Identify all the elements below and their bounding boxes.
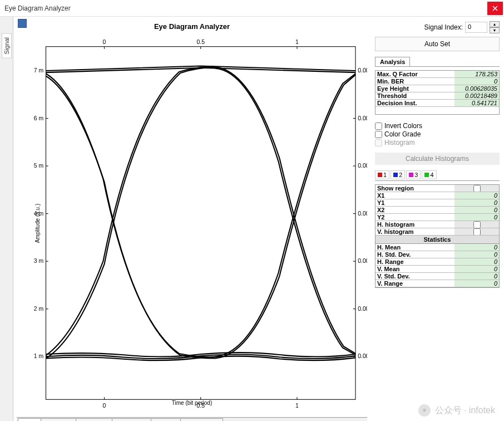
svg-text:0.002: 0.002 bbox=[358, 305, 367, 312]
tab-eye[interactable]: Eye bbox=[18, 418, 41, 421]
bottom-tabs: EyeQ FactorMin BERThresholdHeightHistogr… bbox=[17, 417, 367, 421]
svg-text:1: 1 bbox=[295, 38, 299, 45]
color-tab-1[interactable]: 1 bbox=[375, 170, 389, 179]
tab-threshold[interactable]: Threshold bbox=[112, 418, 151, 421]
titlebar: Eye Diagram Analyzer bbox=[0, 0, 504, 17]
region-row: Y20 bbox=[375, 214, 499, 221]
region-label: Y2 bbox=[375, 214, 454, 221]
region-value[interactable]: 0 bbox=[454, 207, 499, 213]
analysis-label: Min. BER bbox=[375, 78, 454, 85]
region-row: V. histogram bbox=[375, 228, 499, 236]
color-tab-4[interactable]: 4 bbox=[422, 170, 436, 179]
svg-text:0.001: 0.001 bbox=[358, 353, 367, 359]
color-tab-num: 3 bbox=[414, 172, 418, 178]
signal-index-spinner: ▲ ▼ bbox=[490, 21, 500, 33]
signal-index-row: Signal Index: 0 ▲ ▼ bbox=[375, 21, 500, 33]
region-row: Y10 bbox=[375, 199, 499, 207]
stats-value: 0 bbox=[454, 244, 499, 251]
color-tab-2[interactable]: 2 bbox=[391, 170, 405, 179]
main-area: Signal Eye Diagram Analyzer 0 0.5 1 0 0.… bbox=[0, 17, 504, 421]
region-checkbox[interactable] bbox=[473, 185, 481, 192]
tab-height[interactable]: Height bbox=[151, 418, 181, 421]
x-axis-label: Time (bit period) bbox=[172, 400, 212, 406]
right-panel: Signal Index: 0 ▲ ▼ Auto Set Analysis Ma… bbox=[370, 17, 504, 421]
analysis-value: 0.00628035 bbox=[454, 85, 499, 92]
svg-text:0.006: 0.006 bbox=[358, 115, 367, 121]
stats-row: V. Mean0 bbox=[375, 266, 499, 273]
stats-label: H. Range bbox=[375, 258, 454, 265]
region-row: X10 bbox=[375, 192, 499, 199]
svg-text:0.007: 0.007 bbox=[358, 67, 367, 74]
color-swatch-icon bbox=[424, 173, 429, 177]
watermark-text: 公众号 · infotek bbox=[435, 405, 495, 417]
region-value[interactable]: 0 bbox=[454, 192, 499, 199]
calc-histograms-button: Calculate Histograms bbox=[375, 153, 500, 165]
left-sidebar: Signal bbox=[0, 17, 13, 421]
tab-min-ber[interactable]: Min BER bbox=[76, 418, 112, 421]
color-tab-num: 1 bbox=[383, 172, 387, 178]
analysis-value: 0 bbox=[454, 78, 499, 85]
color-swatch-icon bbox=[378, 173, 382, 177]
close-button[interactable] bbox=[487, 2, 503, 15]
color-tab-3[interactable]: 3 bbox=[406, 170, 421, 179]
plot-container[interactable]: 0 0.5 1 0 0.5 1 1 m 2 m 3 m 4 m 5 m bbox=[17, 29, 367, 417]
analysis-value: 0.541721 bbox=[454, 100, 499, 106]
region-value[interactable]: 0 bbox=[454, 214, 499, 221]
region-label: Y1 bbox=[375, 199, 454, 206]
signal-index-value[interactable]: 0 bbox=[465, 22, 487, 33]
svg-text:0.003: 0.003 bbox=[358, 257, 367, 264]
color-swatch-icon bbox=[393, 173, 398, 177]
analysis-tabs: Analysis bbox=[375, 57, 500, 67]
region-row: H. histogram bbox=[375, 221, 499, 228]
region-checkbox[interactable] bbox=[473, 228, 481, 236]
plot-panel: Eye Diagram Analyzer 0 0.5 1 0 0.5 1 bbox=[13, 17, 370, 421]
stats-value: 0 bbox=[454, 266, 499, 272]
analysis-row: Decision Inst.0.541721 bbox=[375, 100, 499, 107]
y-axis-label: Amplitude (a.u.) bbox=[34, 203, 41, 243]
stats-label: H. Std. Dev. bbox=[375, 251, 454, 258]
spin-down[interactable]: ▼ bbox=[490, 27, 500, 33]
color-tab-num: 2 bbox=[399, 172, 402, 178]
stats-row: V. Range0 bbox=[375, 280, 499, 287]
color-tabs: 1234 bbox=[375, 170, 500, 181]
svg-text:5 m: 5 m bbox=[34, 162, 44, 169]
auto-set-button[interactable]: Auto Set bbox=[375, 37, 500, 51]
svg-text:6 m: 6 m bbox=[34, 115, 44, 121]
tab-q-factor[interactable]: Q Factor bbox=[41, 418, 77, 421]
svg-text:0: 0 bbox=[103, 38, 106, 45]
region-row: X20 bbox=[375, 207, 499, 214]
stats-label: H. Mean bbox=[375, 244, 454, 251]
analysis-row: Eye Height0.00628035 bbox=[375, 85, 499, 92]
analysis-label: Eye Height bbox=[375, 85, 454, 92]
svg-text:0.004: 0.004 bbox=[358, 210, 367, 217]
color-grade-check[interactable]: Color Grade bbox=[375, 130, 500, 138]
analysis-data: Max. Q Factor178.253Min. BER0Eye Height0… bbox=[375, 70, 500, 115]
analysis-tab[interactable]: Analysis bbox=[375, 57, 410, 66]
stats-row: H. Mean0 bbox=[375, 244, 499, 251]
stats-value: 0 bbox=[454, 280, 499, 287]
stats-label: V. Mean bbox=[375, 266, 454, 272]
signal-index-label: Signal Index: bbox=[424, 23, 463, 31]
color-grade-label: Color Grade bbox=[384, 130, 421, 138]
analysis-label: Max. Q Factor bbox=[375, 71, 454, 77]
analysis-label: Threshold bbox=[375, 92, 454, 99]
close-icon bbox=[492, 6, 498, 11]
spin-up[interactable]: ▲ bbox=[490, 21, 500, 27]
region-row: Show region bbox=[375, 185, 499, 192]
analysis-value: 178.253 bbox=[454, 71, 499, 77]
analysis-value: 0.00218489 bbox=[454, 92, 499, 99]
region-checkbox[interactable] bbox=[473, 221, 481, 228]
color-tab-num: 4 bbox=[430, 172, 433, 178]
signal-tab[interactable]: Signal bbox=[2, 33, 12, 58]
svg-text:2 m: 2 m bbox=[34, 305, 44, 312]
region-value[interactable] bbox=[454, 185, 499, 192]
stats-label: V. Std. Dev. bbox=[375, 273, 454, 280]
region-value[interactable] bbox=[454, 221, 499, 228]
tab-histograms[interactable]: Histograms bbox=[180, 418, 224, 421]
region-value[interactable] bbox=[454, 228, 499, 235]
svg-text:3 m: 3 m bbox=[34, 257, 44, 264]
invert-colors-label: Invert Colors bbox=[384, 122, 422, 130]
invert-colors-check[interactable]: Invert Colors bbox=[375, 122, 500, 130]
histogram-label: Histogram bbox=[384, 139, 415, 146]
region-value[interactable]: 0 bbox=[454, 199, 499, 206]
